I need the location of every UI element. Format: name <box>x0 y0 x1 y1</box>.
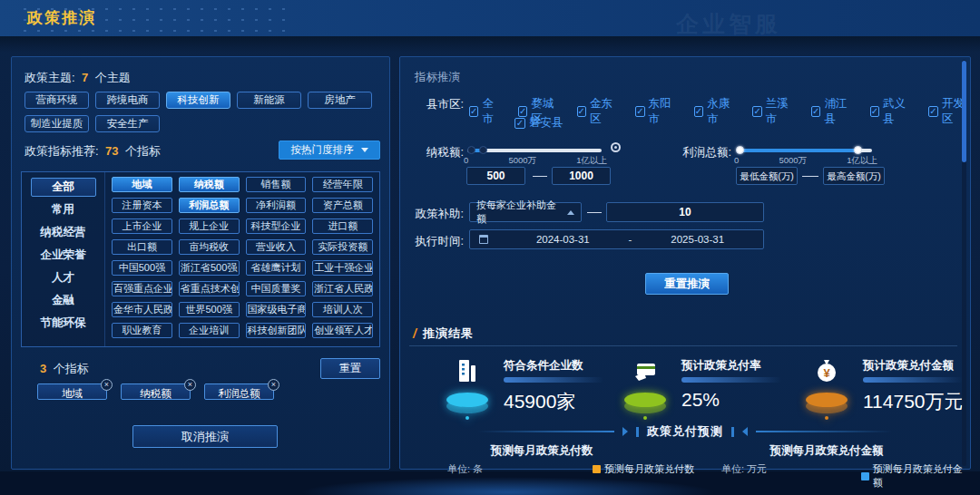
gear-icon[interactable] <box>611 142 621 152</box>
district-checkbox[interactable]: ✓ 东阳市 <box>635 96 677 127</box>
indicator-button[interactable]: 浙江省人民政... <box>312 281 373 296</box>
kpi-pedestal <box>444 354 491 420</box>
checkbox-checked-icon: ✓ <box>635 106 644 117</box>
tax-range-slider[interactable] <box>467 149 602 152</box>
topic-button[interactable]: 新能源 <box>237 92 301 109</box>
sort-dropdown-label: 按热门度排序 <box>291 143 354 157</box>
cancel-simulation-button[interactable]: 取消推演 <box>132 425 278 448</box>
chart-legend-count: 预测每月政策兑付数 <box>593 462 694 476</box>
selected-count: 3 <box>40 362 46 375</box>
district-option-label: 全市 <box>482 96 501 127</box>
sort-by-popularity-dropdown[interactable]: 按热门度排序 <box>279 141 380 160</box>
indicator-grid: 地域纳税额销售额经营年限注册资本利润总额净利润额资产总额上市企业规上企业科技型企… <box>105 172 379 346</box>
indicator-button[interactable]: 纳税额 <box>179 177 240 192</box>
category-tab[interactable]: 常用 <box>22 199 104 221</box>
kpi-redemption-amount: ¥ 预计政策兑付金额 114750万元 <box>803 354 964 420</box>
indicator-selector: 全部常用纳税经营企业荣誉人才金融节能环保 地域纳税额销售额经营年限注册资本利润总… <box>21 171 380 347</box>
district-checkbox[interactable]: ✓ 兰溪市 <box>752 96 794 127</box>
profit-slider-min-handle[interactable] <box>736 146 744 154</box>
profit-slider-max-handle[interactable] <box>854 146 862 154</box>
subsidy-mode-select[interactable]: 按每家企业补助金额 <box>469 202 582 222</box>
category-tab[interactable]: 节能环保 <box>22 312 104 335</box>
topic-button[interactable]: 制造业提质 <box>24 115 89 132</box>
reset-simulation-button[interactable]: 重置推演 <box>645 273 729 295</box>
tax-slider-min-handle[interactable] <box>467 146 475 154</box>
district-checkbox[interactable]: ✓ 永康市 <box>694 96 736 127</box>
category-tab[interactable]: 纳税经营 <box>22 221 104 244</box>
panel-scrollbar[interactable] <box>962 60 966 466</box>
indicator-button[interactable]: 创业领军人才 <box>312 323 373 338</box>
category-tab[interactable]: 企业荣誉 <box>22 244 104 267</box>
indicator-unit: 个指标 <box>125 144 161 158</box>
profit-range-slider[interactable] <box>738 149 872 152</box>
selected-indicator-chip[interactable]: 纳税额 × <box>121 383 191 400</box>
indicator-button[interactable]: 资产总额 <box>312 198 373 213</box>
remove-chip-icon[interactable]: × <box>101 379 113 391</box>
indicator-button[interactable]: 规上企业 <box>179 218 240 234</box>
reset-button[interactable]: 重置 <box>320 358 380 379</box>
profit-max-input[interactable]: 最高金额(万) <box>823 167 885 185</box>
indicator-button[interactable]: 企业培训 <box>179 323 240 338</box>
district-checkbox[interactable]: ✓ 金东区 <box>577 96 619 127</box>
indicator-button[interactable]: 经营年限 <box>312 177 373 192</box>
topic-button[interactable]: 跨境电商 <box>95 92 160 109</box>
indicator-button[interactable]: 注册资本 <box>112 198 172 213</box>
district-checkbox[interactable]: ✓ 全市 <box>469 96 501 127</box>
kpi-pedestal: ¥ <box>803 354 850 420</box>
tax-max-input[interactable]: 1000 <box>552 167 611 185</box>
chart-title-amount: 预测每月政策兑付金额 <box>683 443 970 459</box>
card-hand-icon <box>632 356 659 387</box>
scrollbar-thumb[interactable] <box>962 61 966 162</box>
theme-label: 政策主题: <box>24 71 75 84</box>
tax-slider-max-handle[interactable] <box>479 146 487 154</box>
indicator-button[interactable]: 中国500强 <box>112 260 172 276</box>
indicator-button[interactable]: 职业教育 <box>112 323 172 338</box>
indicator-button[interactable]: 进口额 <box>312 218 373 234</box>
indicator-button[interactable]: 百强重点企业 <box>112 281 172 296</box>
tick-max: 1亿以上 <box>847 155 877 167</box>
indicator-button[interactable]: 销售额 <box>246 177 307 192</box>
district-checkbox[interactable]: ✓ 磐安县 <box>514 115 564 131</box>
chip-label: 地域 <box>62 388 83 399</box>
indicator-button[interactable]: 净利润额 <box>246 198 307 213</box>
indicator-button[interactable]: 地域 <box>112 177 172 192</box>
selected-indicator-summary: 3 个指标 <box>37 360 89 377</box>
indicator-button[interactable]: 出口额 <box>112 239 172 255</box>
indicator-button[interactable]: 省雄鹰计划 <box>246 260 307 276</box>
district-checkbox[interactable]: ✓ 武义县 <box>870 96 912 127</box>
indicator-button[interactable]: 金华市人民政... <box>112 302 172 317</box>
topic-buttons: 营商环境跨境电商科技创新新能源房地产制造业提质安全生产 <box>24 92 384 139</box>
indicator-button[interactable]: 省重点技术创... <box>179 281 240 296</box>
indicator-button[interactable]: 培训人次 <box>312 302 373 317</box>
profit-min-input[interactable]: 最低金额(万) <box>736 167 798 185</box>
indicator-button[interactable]: 世界500强 <box>179 302 240 317</box>
indicator-button[interactable]: 营业收入 <box>246 239 307 255</box>
category-tab[interactable]: 人才 <box>22 267 104 289</box>
indicator-button[interactable]: 上市企业 <box>112 218 172 234</box>
topic-button[interactable]: 安全生产 <box>95 115 160 132</box>
selected-indicator-chip[interactable]: 利润总额 × <box>204 383 274 400</box>
selected-unit: 个指标 <box>54 362 89 375</box>
category-tab[interactable]: 金融 <box>22 289 104 312</box>
topic-button[interactable]: 房地产 <box>308 92 372 109</box>
topic-button[interactable]: 营商环境 <box>24 92 89 109</box>
indicator-button[interactable]: 利润总额 <box>179 198 240 213</box>
remove-chip-icon[interactable]: × <box>184 379 196 391</box>
indicator-button[interactable]: 中国质量奖 <box>246 281 307 296</box>
subsidy-amount-input[interactable]: 10 <box>606 202 764 222</box>
remove-chip-icon[interactable]: × <box>268 379 279 391</box>
indicator-button[interactable]: 科技创新团队 <box>246 323 307 338</box>
district-checkbox[interactable]: ✓ 浦江县 <box>811 96 853 127</box>
date-range-picker[interactable]: 2024-03-31 - 2025-03-31 <box>469 229 764 249</box>
selected-indicator-chip[interactable]: 地域 × <box>37 383 107 400</box>
kpi-underline <box>681 377 781 383</box>
topic-button[interactable]: 科技创新 <box>166 92 230 109</box>
indicator-button[interactable]: 国家级电子商... <box>246 302 307 317</box>
category-tab[interactable]: 全部 <box>31 178 96 197</box>
indicator-button[interactable]: 工业十强企业 <box>312 260 373 276</box>
tax-min-input[interactable]: 500 <box>466 167 525 185</box>
indicator-button[interactable]: 科技型企业 <box>246 218 307 234</box>
indicator-button[interactable]: 亩均税收 <box>179 239 240 255</box>
indicator-button[interactable]: 浙江省500强 <box>179 260 240 276</box>
indicator-button[interactable]: 实际投资额 <box>312 239 373 255</box>
